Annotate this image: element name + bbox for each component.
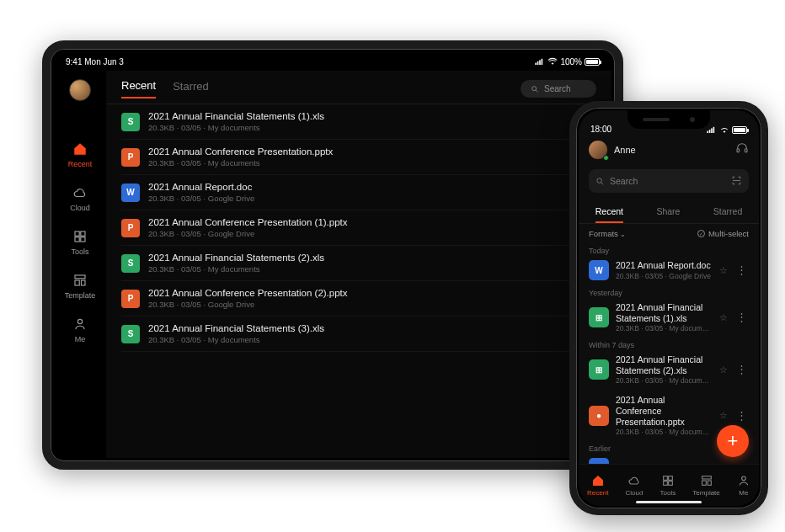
nav-cloud[interactable]: Cloud bbox=[626, 474, 643, 497]
sidebar-item-recent[interactable]: Recent bbox=[68, 141, 93, 168]
grid-icon bbox=[72, 229, 88, 244]
svg-rect-10 bbox=[82, 280, 86, 285]
svg-point-27 bbox=[742, 476, 746, 481]
scan-icon[interactable] bbox=[731, 175, 742, 188]
tab-recent[interactable]: Recent bbox=[121, 79, 156, 98]
tab-starred[interactable]: Starred bbox=[173, 80, 209, 98]
file-name: 2021 Annual Financial Statements (2).xls bbox=[616, 354, 713, 375]
tablet-device-frame: 9:41 Mon Jun 3 100% Recent Cloud bbox=[42, 40, 623, 470]
file-meta: 20.3KB · 03/05 · Google Drive bbox=[148, 300, 579, 309]
nav-template[interactable]: Template bbox=[692, 474, 719, 497]
search-icon bbox=[595, 177, 605, 186]
check-circle-icon: ✓ bbox=[697, 230, 705, 237]
file-row[interactable]: S2021 Annual Financial Statements (1).xl… bbox=[121, 104, 596, 140]
file-type-icon: ● bbox=[589, 406, 609, 426]
tablet-screen: 9:41 Mon Jun 3 100% Recent Cloud bbox=[54, 52, 611, 458]
sidebar-item-label: Template bbox=[65, 291, 96, 300]
file-info: 2021 Annual Financial Statements (1).xls… bbox=[148, 111, 579, 132]
star-icon[interactable]: ☆ bbox=[719, 265, 728, 276]
file-row[interactable]: P2021 Annual Conference Presentation (1)… bbox=[121, 210, 596, 246]
svg-rect-16 bbox=[713, 127, 715, 133]
sidebar-item-tools[interactable]: Tools bbox=[71, 229, 88, 256]
file-info: 2021 Annual Report.doc20.3KB · 03/05 · G… bbox=[148, 182, 579, 203]
svg-rect-21 bbox=[669, 476, 673, 481]
file-name: 2021 Annual Financial Statements (2).xls bbox=[148, 253, 579, 263]
tablet-sidebar: Recent Cloud Tools Template Me bbox=[54, 71, 106, 458]
tablet-main: Recent Starred Search S2021 Annual Finan… bbox=[106, 71, 611, 458]
file-name: 2021 Annual Report.doc bbox=[148, 182, 579, 192]
formats-filter[interactable]: Formats ⌄ bbox=[589, 229, 626, 238]
file-name: 2021 Annual Report.doc bbox=[616, 260, 713, 271]
phone-status-time: 18:00 bbox=[590, 125, 611, 134]
sidebar-item-cloud[interactable]: Cloud bbox=[70, 185, 90, 212]
svg-rect-20 bbox=[664, 476, 668, 481]
svg-rect-24 bbox=[702, 476, 711, 479]
file-info: 2021 Annual Report.doc20.3KB · 03/05 · G… bbox=[616, 260, 713, 280]
file-type-icon: P bbox=[121, 148, 140, 167]
tablet-status-time: 9:41 Mon Jun 3 bbox=[66, 57, 124, 66]
star-icon[interactable]: ☆ bbox=[719, 410, 728, 421]
support-icon[interactable] bbox=[735, 141, 749, 158]
file-meta: 20.3KB · 03/05 · My documentsabcdefgh… bbox=[616, 324, 713, 332]
file-type-icon: S bbox=[121, 325, 140, 343]
avatar[interactable] bbox=[69, 79, 91, 101]
home-icon bbox=[72, 141, 88, 157]
section-label: Today bbox=[579, 243, 759, 255]
phone-device-frame: 18:00 Anne Search Recent Share Starred bbox=[569, 101, 768, 515]
svg-rect-2 bbox=[540, 60, 542, 65]
file-type-icon: S bbox=[121, 113, 140, 131]
fab-add-button[interactable]: + bbox=[717, 425, 749, 457]
more-icon[interactable]: ⋮ bbox=[734, 412, 749, 419]
sidebar-item-me[interactable]: Me bbox=[72, 317, 88, 343]
nav-me[interactable]: Me bbox=[737, 474, 750, 497]
sidebar-item-label: Me bbox=[75, 335, 86, 343]
phone-tabs: Recent Share Starred bbox=[579, 201, 759, 224]
svg-rect-26 bbox=[708, 481, 711, 485]
search-input[interactable]: Search bbox=[521, 80, 596, 98]
svg-rect-17 bbox=[737, 149, 740, 152]
multiselect-toggle[interactable]: ✓ Multi-select bbox=[697, 229, 749, 238]
svg-rect-7 bbox=[81, 237, 85, 242]
file-row[interactable]: W2021 Annual Report.doc20.3KB · 03/05 · … bbox=[121, 175, 596, 210]
wifi-icon bbox=[719, 125, 729, 134]
tab-recent[interactable]: Recent bbox=[595, 201, 623, 223]
avatar[interactable] bbox=[589, 141, 607, 159]
file-row[interactable]: W2021 Annual Report.doc20.3KB · 03/05 · … bbox=[579, 255, 759, 285]
file-row[interactable]: P2021 Annual Conference Presentation (2)… bbox=[121, 281, 596, 317]
filter-bar: Formats ⌄ ✓ Multi-select bbox=[579, 224, 759, 243]
search-placeholder: Search bbox=[610, 176, 638, 186]
file-row[interactable]: ⊞2021 Annual Financial Statements (1).xl… bbox=[579, 297, 759, 338]
svg-rect-5 bbox=[81, 231, 85, 236]
file-name: 2021 Annual Conference Presentation (1).… bbox=[148, 217, 579, 227]
file-row[interactable]: P2021 Annual Conference Presentation.ppt… bbox=[121, 140, 596, 175]
svg-rect-23 bbox=[669, 481, 673, 486]
tab-starred[interactable]: Starred bbox=[713, 201, 742, 223]
file-info: 2021 Annual Conference Presentation.pptx… bbox=[148, 146, 579, 168]
file-row[interactable]: ⊞2021 Annual Financial Statements (2).xl… bbox=[579, 349, 759, 390]
file-row[interactable]: S2021 Annual Financial Statements (3).xl… bbox=[121, 317, 596, 352]
more-icon[interactable]: ⋮ bbox=[734, 366, 749, 373]
svg-rect-1 bbox=[537, 61, 539, 65]
battery-icon bbox=[732, 126, 747, 134]
file-meta: 20.3KB · 03/05 · My documents bbox=[148, 123, 579, 132]
file-type-icon: ⊞ bbox=[589, 359, 609, 380]
file-name: 2021 Annual Conference Presentation.pptx bbox=[616, 395, 713, 427]
svg-rect-6 bbox=[75, 237, 79, 242]
file-info: 2021 Annual Financial Statements (2).xls… bbox=[148, 253, 579, 274]
star-icon[interactable]: ☆ bbox=[719, 312, 728, 323]
svg-rect-4 bbox=[75, 231, 79, 236]
file-meta: 20.3KB · 03/05 · Google Drive bbox=[148, 229, 579, 238]
tab-share[interactable]: Share bbox=[656, 201, 680, 223]
sidebar-item-template[interactable]: Template bbox=[65, 273, 96, 300]
more-icon[interactable]: ⋮ bbox=[734, 314, 749, 321]
phone-search-input[interactable]: Search bbox=[589, 169, 749, 193]
star-icon[interactable]: ☆ bbox=[719, 364, 728, 375]
more-icon[interactable]: ⋮ bbox=[734, 267, 749, 274]
phone-header: Anne bbox=[579, 136, 759, 164]
battery-icon bbox=[585, 58, 600, 66]
svg-rect-9 bbox=[75, 280, 79, 285]
file-info: 2021 Annual Conference Presentation.pptx… bbox=[616, 395, 713, 436]
file-row[interactable]: S2021 Annual Financial Statements (2).xl… bbox=[121, 246, 596, 281]
nav-recent[interactable]: Recent bbox=[587, 474, 608, 497]
nav-tools[interactable]: Tools bbox=[660, 474, 676, 497]
